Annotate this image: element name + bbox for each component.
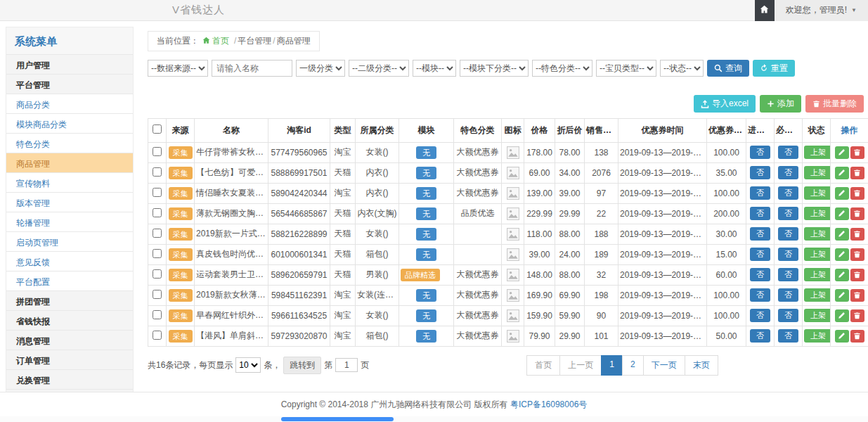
import-select-toggle[interactable]: 否 bbox=[750, 288, 770, 302]
filter-select-category-level2[interactable]: --二级分类-- bbox=[349, 60, 409, 77]
batch-delete-button[interactable]: 批量删除 bbox=[805, 95, 864, 112]
delete-button[interactable] bbox=[850, 269, 864, 281]
delete-button[interactable] bbox=[850, 330, 864, 343]
delete-button[interactable] bbox=[850, 248, 864, 261]
breadcrumb-item[interactable]: 商品管理 bbox=[277, 36, 311, 46]
status-button[interactable]: 上架 bbox=[804, 268, 831, 281]
import-select-toggle[interactable]: 否 bbox=[750, 309, 770, 322]
sidebar-item-feedback[interactable]: 意见反馈 bbox=[6, 251, 133, 271]
row-checkbox[interactable] bbox=[153, 269, 162, 279]
sidebar-item-platform-config[interactable]: 平台配置 bbox=[6, 271, 133, 290]
sidebar-item-module-product-category[interactable]: 模块商品分类 bbox=[6, 113, 133, 133]
delete-button[interactable] bbox=[850, 309, 864, 322]
status-button[interactable]: 上架 bbox=[804, 248, 831, 261]
edit-button[interactable] bbox=[835, 167, 849, 179]
sidebar-item-promo-materials[interactable]: 宣传物料 bbox=[6, 172, 133, 192]
jump-button[interactable]: 跳转到 bbox=[283, 357, 321, 374]
sidebar-item-platform-mgmt[interactable]: 平台管理 bbox=[6, 74, 133, 94]
home-button[interactable] bbox=[755, 0, 775, 21]
delete-button[interactable] bbox=[850, 187, 864, 200]
pager-next[interactable]: 下一页 bbox=[643, 355, 685, 376]
sidebar-item-version-mgmt[interactable]: 版本管理 bbox=[6, 192, 133, 212]
user-menu[interactable]: 欢迎您，管理员! ▼ bbox=[775, 0, 868, 21]
pager-page-2[interactable]: 2 bbox=[622, 355, 644, 376]
edit-button[interactable] bbox=[835, 207, 849, 220]
must-buy-toggle[interactable]: 否 bbox=[778, 186, 798, 200]
delete-button[interactable] bbox=[850, 207, 864, 220]
import-select-toggle[interactable]: 否 bbox=[750, 329, 770, 343]
edit-button[interactable] bbox=[835, 228, 849, 241]
row-checkbox[interactable] bbox=[153, 290, 162, 299]
row-checkbox[interactable] bbox=[153, 208, 162, 217]
status-button[interactable]: 上架 bbox=[804, 227, 831, 241]
pager-prev[interactable]: 上一页 bbox=[559, 355, 602, 376]
name-search-input[interactable] bbox=[212, 60, 292, 77]
sidebar-item-product-mgmt[interactable]: 商品管理 bbox=[6, 153, 133, 172]
delete-button[interactable] bbox=[850, 146, 864, 159]
status-button[interactable]: 上架 bbox=[804, 207, 831, 220]
row-checkbox[interactable] bbox=[153, 188, 162, 197]
select-all-checkbox[interactable] bbox=[153, 124, 162, 134]
delete-button[interactable] bbox=[850, 167, 864, 179]
sidebar-item-exchange-mgmt[interactable]: 兑换管理 bbox=[6, 369, 133, 389]
import-select-toggle[interactable]: 否 bbox=[750, 207, 770, 220]
icp-link[interactable]: 粤ICP备16098006号 bbox=[510, 399, 587, 409]
pager-first[interactable]: 首页 bbox=[526, 355, 560, 376]
pager-last[interactable]: 末页 bbox=[685, 355, 718, 376]
delete-button[interactable] bbox=[850, 228, 864, 241]
import-excel-button[interactable]: 导入excel bbox=[694, 95, 756, 112]
edit-button[interactable] bbox=[835, 248, 849, 261]
must-buy-toggle[interactable]: 否 bbox=[778, 227, 798, 241]
import-select-toggle[interactable]: 否 bbox=[750, 166, 770, 179]
must-buy-toggle[interactable]: 否 bbox=[778, 146, 798, 159]
add-button[interactable]: 添加 bbox=[760, 95, 801, 112]
row-checkbox[interactable] bbox=[153, 331, 162, 340]
sidebar-item-user-mgmt[interactable]: 用户管理 bbox=[6, 54, 133, 74]
filter-select-module[interactable]: --模块-- bbox=[413, 60, 456, 77]
status-button[interactable]: 上架 bbox=[804, 166, 831, 179]
must-buy-toggle[interactable]: 否 bbox=[778, 329, 798, 343]
must-buy-toggle[interactable]: 否 bbox=[778, 309, 798, 322]
status-button[interactable]: 上架 bbox=[804, 146, 831, 159]
filter-select-feature-category[interactable]: --特色分类-- bbox=[532, 60, 592, 77]
row-checkbox[interactable] bbox=[153, 249, 162, 258]
status-button[interactable]: 上架 bbox=[804, 186, 831, 200]
sidebar-item-saving-news[interactable]: 省钱快报 bbox=[6, 310, 133, 330]
pager-page-1[interactable]: 1 bbox=[601, 355, 623, 376]
status-button[interactable]: 上架 bbox=[804, 329, 831, 343]
row-checkbox[interactable] bbox=[153, 310, 162, 319]
scrollbar-thumb[interactable] bbox=[281, 417, 394, 421]
must-buy-toggle[interactable]: 否 bbox=[778, 268, 798, 281]
filter-select-status[interactable]: --状态-- bbox=[660, 60, 704, 77]
sidebar-item-product-category[interactable]: 商品分类 bbox=[6, 94, 133, 113]
status-button[interactable]: 上架 bbox=[804, 309, 831, 322]
reset-button[interactable]: 重置 bbox=[753, 60, 795, 77]
edit-button[interactable] bbox=[835, 309, 849, 322]
import-select-toggle[interactable]: 否 bbox=[750, 146, 770, 159]
filter-select-module-subcategory[interactable]: --模块下分类-- bbox=[460, 60, 529, 77]
delete-button[interactable] bbox=[850, 289, 864, 302]
import-select-toggle[interactable]: 否 bbox=[750, 268, 770, 281]
edit-button[interactable] bbox=[835, 289, 849, 302]
sidebar-item-group-buy-mgmt[interactable]: 拼团管理 bbox=[6, 290, 133, 310]
sidebar-item-splash-mgmt[interactable]: 启动页管理 bbox=[6, 231, 133, 251]
row-checkbox[interactable] bbox=[153, 147, 162, 156]
import-select-toggle[interactable]: 否 bbox=[750, 186, 770, 200]
edit-button[interactable] bbox=[835, 146, 849, 159]
sidebar-item-feature-category[interactable]: 特色分类 bbox=[6, 133, 133, 153]
import-select-toggle[interactable]: 否 bbox=[750, 227, 770, 241]
row-checkbox[interactable] bbox=[153, 229, 162, 238]
horizontal-scrollbar[interactable] bbox=[0, 416, 868, 422]
must-buy-toggle[interactable]: 否 bbox=[778, 288, 798, 302]
must-buy-toggle[interactable]: 否 bbox=[778, 248, 798, 261]
sidebar-item-order-mgmt[interactable]: 订单管理 bbox=[6, 350, 133, 369]
must-buy-toggle[interactable]: 否 bbox=[778, 207, 798, 220]
search-button[interactable]: 查询 bbox=[707, 60, 749, 77]
filter-select-category-level1[interactable]: 一级分类 bbox=[296, 60, 345, 77]
breadcrumb-home[interactable]: 首页 bbox=[202, 35, 229, 47]
filter-select-item-type[interactable]: --宝贝类型-- bbox=[596, 60, 656, 77]
edit-button[interactable] bbox=[835, 269, 849, 281]
edit-button[interactable] bbox=[835, 330, 849, 343]
import-select-toggle[interactable]: 否 bbox=[750, 248, 770, 261]
sidebar-item-message-mgmt[interactable]: 消息管理 bbox=[6, 330, 133, 350]
